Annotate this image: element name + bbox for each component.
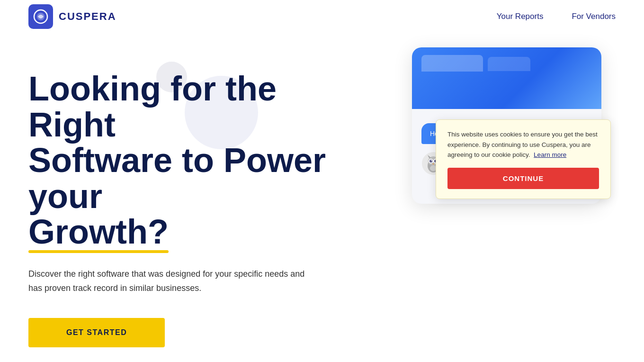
hero-section: Looking for the Right Software to Power … [0, 33, 644, 362]
get-started-button[interactable]: GET STARTED [28, 318, 165, 347]
chat-header [412, 47, 601, 109]
hero-title-line3: Growth? [28, 214, 169, 250]
cookie-banner: This website uses cookies to ensure you … [436, 119, 611, 199]
nav-link-vendors[interactable]: For Vendors [572, 12, 616, 21]
hero-description: Discover the right software that was des… [28, 267, 313, 295]
logo-icon [28, 4, 53, 29]
svg-point-9 [429, 160, 432, 163]
navigation: CUSPERA Your Reports For Vendors [0, 0, 644, 33]
hero-title-line2: Software to Power your [28, 141, 326, 215]
chat-tab-1 [421, 55, 483, 72]
hero-left: Looking for the Right Software to Power … [28, 52, 412, 347]
learn-more-link[interactable]: Learn more [534, 151, 566, 158]
cookie-text: This website uses cookies to ensure you … [447, 129, 599, 160]
hero-title: Looking for the Right Software to Power … [28, 71, 360, 250]
nav-links: Your Reports For Vendors [497, 12, 616, 21]
chat-tab-2 [488, 57, 530, 71]
continue-button[interactable]: Continue [447, 168, 599, 189]
hero-right: Hey! I am the Cuspera AI Advisor. [412, 47, 616, 204]
nav-link-reports[interactable]: Your Reports [497, 12, 544, 21]
logo-text: CUSPERA [59, 10, 116, 23]
logo[interactable]: CUSPERA [28, 4, 116, 29]
hero-title-line1: Looking for the Right [28, 70, 277, 144]
svg-point-11 [431, 160, 432, 161]
